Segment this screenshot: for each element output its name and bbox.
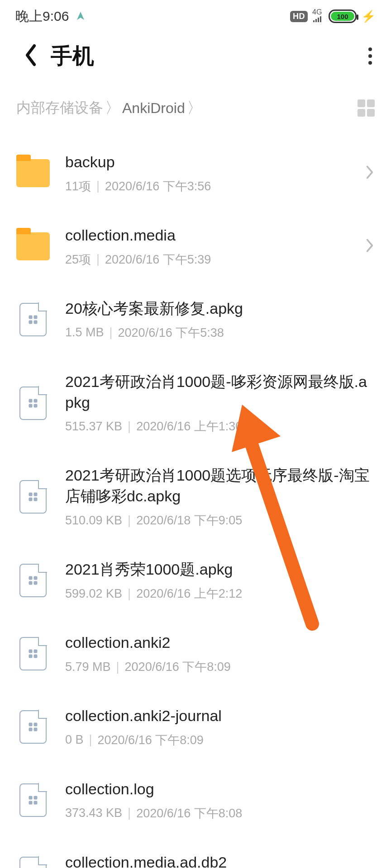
item-meta: 25项|2020/6/16 下午5:39 — [65, 251, 349, 268]
file-icon — [19, 710, 47, 744]
item-name: 2021考研政治肖1000题-哆彩资源网最终版.apkg — [65, 372, 375, 413]
chevron-right-icon — [365, 237, 375, 255]
chevron-right-icon: 〉 — [105, 98, 120, 118]
breadcrumb[interactable]: 内部存储设备 〉 AnkiDroid 〉 — [16, 98, 202, 118]
file-icon — [19, 857, 47, 868]
breadcrumb-root[interactable]: 内部存储设备 — [16, 98, 103, 118]
view-toggle-button[interactable] — [358, 99, 375, 117]
item-meta: 599.02 KB|2020/6/16 上午2:12 — [65, 585, 375, 602]
folder-icon — [16, 232, 50, 260]
item-meta: 5.79 MB|2020/6/16 下午8:09 — [65, 659, 375, 675]
file-row[interactable]: collection.anki25.79 MB|2020/6/16 下午8:09 — [16, 617, 375, 690]
file-icon — [19, 387, 47, 420]
item-name: 20核心考案最新修复.apkg — [65, 298, 375, 319]
file-row[interactable]: 2021肖秀荣1000题.apkg599.02 KB|2020/6/16 上午2… — [16, 544, 375, 617]
item-meta: 0 B|2020/6/16 下午8:09 — [65, 732, 375, 748]
file-row[interactable]: 20核心考案最新修复.apkg1.5 MB|2020/6/16 下午5:38 — [16, 283, 375, 356]
breadcrumb-row: 内部存储设备 〉 AnkiDroid 〉 — [0, 84, 391, 137]
item-name: collection.anki2 — [65, 632, 375, 653]
title-bar: 手机 — [0, 33, 391, 84]
item-name: collection.log — [65, 779, 375, 800]
chevron-right-icon: 〉 — [187, 98, 202, 118]
hd-icon: HD — [290, 11, 308, 22]
file-icon — [19, 480, 47, 514]
file-icon — [19, 564, 47, 597]
breadcrumb-current: AnkiDroid — [122, 100, 185, 117]
chevron-right-icon — [365, 164, 375, 182]
battery-icon: 100 — [329, 9, 357, 23]
folder-row[interactable]: backup11项|2020/6/16 下午3:56 — [16, 137, 375, 210]
item-name: collection.media.ad.db2 — [65, 852, 375, 868]
network-icon: 4G — [312, 9, 324, 24]
file-icon — [19, 303, 47, 336]
file-icon — [19, 637, 47, 670]
item-meta: 510.09 KB|2020/6/18 下午9:05 — [65, 512, 375, 528]
file-row[interactable]: collection.log373.43 KB|2020/6/16 下午8:08 — [16, 764, 375, 837]
page-title: 手机 — [51, 42, 94, 71]
charging-icon: ⚡ — [361, 9, 376, 24]
folder-row[interactable]: collection.media25项|2020/6/16 下午5:39 — [16, 210, 375, 283]
item-name: collection.media — [65, 225, 349, 246]
item-meta: 515.37 KB|2020/6/16 上午1:30 — [65, 418, 375, 434]
item-meta: 373.43 KB|2020/6/16 下午8:08 — [65, 805, 375, 821]
item-name: collection.anki2-journal — [65, 706, 375, 726]
item-name: 2021考研政治肖1000题选项无序最终版-淘宝店铺哆彩dc.apkg — [65, 465, 375, 507]
folder-icon — [16, 159, 50, 187]
more-button[interactable] — [366, 45, 375, 67]
item-name: backup — [65, 152, 349, 173]
file-row[interactable]: collection.media.ad.db29.22 KB|2020/6/16… — [16, 837, 375, 868]
file-row[interactable]: 2021考研政治肖1000题选项无序最终版-淘宝店铺哆彩dc.apkg510.0… — [16, 450, 375, 544]
item-name: 2021肖秀荣1000题.apkg — [65, 559, 375, 580]
item-meta: 11项|2020/6/16 下午3:56 — [65, 178, 349, 194]
file-icon — [19, 783, 47, 817]
item-meta: 1.5 MB|2020/6/16 下午5:38 — [65, 325, 375, 341]
back-button[interactable] — [23, 43, 39, 69]
file-row[interactable]: 2021考研政治肖1000题-哆彩资源网最终版.apkg515.37 KB|20… — [16, 356, 375, 450]
status-time: 晚上9:06 — [15, 7, 69, 26]
file-list: backup11项|2020/6/16 下午3:56collection.med… — [0, 137, 391, 868]
app-indicator-icon — [75, 11, 86, 22]
status-bar: 晚上9:06 HD 4G 100 ⚡ — [0, 0, 391, 33]
file-row[interactable]: collection.anki2-journal0 B|2020/6/16 下午… — [16, 690, 375, 764]
